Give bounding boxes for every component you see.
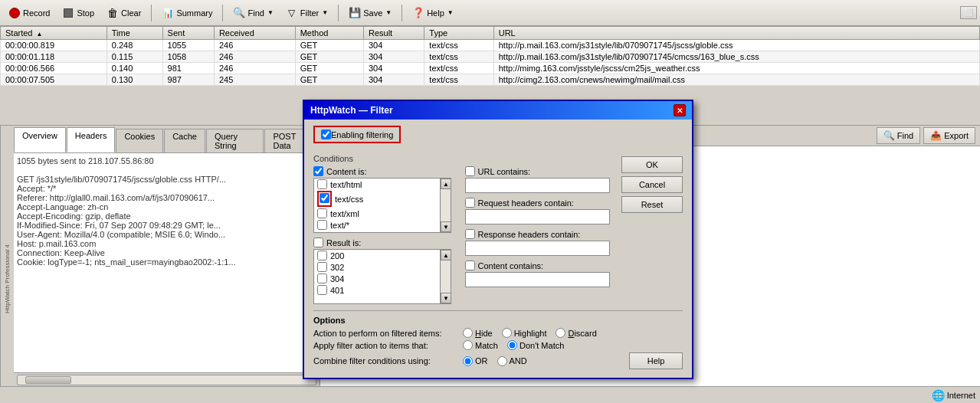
checkbox-200[interactable] bbox=[317, 251, 327, 260]
cell-method: GET bbox=[295, 63, 363, 74]
result-scroll-down[interactable]: ▼ bbox=[441, 293, 451, 303]
tab-cache[interactable]: Cache bbox=[164, 129, 205, 152]
tab-cookies[interactable]: Cookies bbox=[116, 129, 163, 152]
info-line-8: If-Modified-Since: Fri, 07 Sep 2007 09:4… bbox=[17, 221, 316, 230]
reset-button[interactable]: Reset bbox=[621, 196, 683, 213]
list-scroll-down[interactable]: ▼ bbox=[441, 221, 451, 232]
list-item-html[interactable]: text/html bbox=[314, 179, 451, 190]
cell-sent: 981 bbox=[162, 63, 214, 74]
col-started[interactable]: Started ▲ bbox=[1, 27, 107, 40]
content-type-list[interactable]: text/html text/css text/xml tex bbox=[313, 178, 451, 233]
action-discard[interactable]: Discard bbox=[556, 328, 596, 338]
save-button[interactable]: 💾 Save ▼ bbox=[343, 3, 397, 23]
url-contains-checkbox[interactable] bbox=[465, 166, 475, 176]
summary-button[interactable]: 📊 Summary bbox=[156, 3, 218, 23]
result-code-list[interactable]: 200 302 304 401 ▲ bbox=[313, 249, 451, 304]
list-item-304[interactable]: 304 bbox=[314, 273, 451, 284]
table-row[interactable]: 00:00:00.8190.2481055246GET304text/cssht… bbox=[1, 40, 980, 51]
checkbox-xml[interactable] bbox=[317, 208, 327, 218]
apply-dontmatch[interactable]: Don't Match bbox=[507, 340, 564, 350]
tab-headers[interactable]: Headers bbox=[67, 127, 116, 152]
radio-and[interactable] bbox=[497, 356, 507, 366]
list-item-302[interactable]: 302 bbox=[314, 261, 451, 273]
stop-button[interactable]: Stop bbox=[57, 3, 100, 23]
checkbox-css[interactable] bbox=[320, 193, 329, 203]
horizontal-scrollbar[interactable] bbox=[17, 375, 316, 385]
radio-or[interactable] bbox=[463, 356, 473, 366]
radio-dontmatch[interactable] bbox=[507, 340, 517, 350]
info-line-3: GET /js31style/lib/0709071745/jscss/glob… bbox=[17, 175, 316, 184]
list-item-css[interactable]: text/css bbox=[314, 190, 451, 208]
radio-match[interactable] bbox=[463, 340, 473, 350]
checkbox-wildcard[interactable] bbox=[317, 220, 327, 230]
apply-match[interactable]: Match bbox=[463, 340, 498, 350]
enabling-filtering-checkbox[interactable] bbox=[321, 129, 331, 139]
response-headers-input[interactable] bbox=[465, 241, 611, 256]
resize-button[interactable]: ⬜ bbox=[960, 6, 977, 19]
request-headers-input[interactable] bbox=[465, 209, 611, 224]
col-sent[interactable]: Sent bbox=[162, 27, 214, 40]
response-headers-checkbox[interactable] bbox=[465, 229, 475, 239]
combine-or[interactable]: OR bbox=[463, 356, 488, 366]
checkbox-302[interactable] bbox=[317, 262, 327, 272]
cell-type: text/css bbox=[424, 40, 493, 51]
radio-highlight[interactable] bbox=[502, 328, 512, 338]
main-toolbar: Record Stop 🗑 Clear 📊 Summary 🔍 Find ▼ ▽… bbox=[0, 0, 980, 26]
result-is-checkbox[interactable] bbox=[313, 238, 323, 247]
list-item-wildcard[interactable]: text/* bbox=[314, 219, 451, 231]
list-item-401[interactable]: 401 bbox=[314, 284, 451, 296]
content-is-row: Content is: bbox=[313, 166, 459, 176]
col-time[interactable]: Time bbox=[107, 27, 162, 40]
action-highlight[interactable]: Highlight bbox=[502, 328, 547, 338]
content-contains-checkbox[interactable] bbox=[465, 260, 475, 270]
tab-overview[interactable]: Overview bbox=[14, 127, 66, 152]
right-find-button[interactable]: 🔍 Find bbox=[877, 127, 920, 144]
stop-icon bbox=[62, 7, 74, 19]
dialog-help-button[interactable]: Help bbox=[629, 352, 683, 369]
response-headers-label: Response headers contain: bbox=[478, 230, 581, 239]
checkbox-html[interactable] bbox=[317, 179, 327, 189]
radio-hide[interactable] bbox=[463, 328, 473, 338]
table-row[interactable]: 00:00:07.5050.130987245GET304text/csshtt… bbox=[1, 74, 980, 86]
list-item-200[interactable]: 200 bbox=[314, 250, 451, 261]
request-headers-checkbox[interactable] bbox=[465, 198, 475, 208]
dialog-title-bar[interactable]: HttpWatch — Filter ✕ bbox=[304, 101, 692, 120]
checkbox-304[interactable] bbox=[317, 274, 327, 283]
ok-button[interactable]: OK bbox=[621, 156, 683, 173]
content-is-checkbox[interactable] bbox=[313, 166, 323, 176]
table-row[interactable]: 00:00:06.5660.140981246GET304text/csshtt… bbox=[1, 63, 980, 74]
enabling-filtering-label[interactable]: Enabling filtering bbox=[331, 130, 393, 139]
cancel-button[interactable]: Cancel bbox=[621, 176, 683, 193]
table-row[interactable]: 00:00:01.1180.1151058246GET304text/cssht… bbox=[1, 51, 980, 63]
col-result[interactable]: Result bbox=[363, 27, 424, 40]
url-contains-row: URL contains: bbox=[465, 166, 611, 176]
info-line-12: Cookie: logType=-1; nts_mail_user=maying… bbox=[17, 257, 316, 267]
combine-and[interactable]: AND bbox=[497, 356, 527, 366]
result-scroll-up[interactable]: ▲ bbox=[441, 250, 451, 260]
list-item-xml[interactable]: text/xml bbox=[314, 208, 451, 219]
radio-discard[interactable] bbox=[556, 328, 565, 338]
col-type[interactable]: Type bbox=[424, 27, 493, 40]
checkbox-401[interactable] bbox=[317, 285, 327, 295]
cell-sent: 1055 bbox=[162, 40, 214, 51]
right-export-button[interactable]: 📤 Export bbox=[923, 127, 975, 144]
action-hide[interactable]: Hide bbox=[463, 328, 493, 338]
record-button[interactable]: Record bbox=[3, 3, 55, 23]
cell-received: 246 bbox=[214, 40, 295, 51]
filter-button[interactable]: ▽ Filter ▼ bbox=[280, 3, 333, 23]
help-button[interactable]: ❓ Help ▼ bbox=[407, 3, 459, 23]
list-scroll-up[interactable]: ▲ bbox=[441, 179, 451, 189]
clear-button[interactable]: 🗑 Clear bbox=[101, 3, 146, 23]
url-contains-input[interactable] bbox=[465, 178, 611, 193]
col-received[interactable]: Received bbox=[214, 27, 295, 40]
find-button[interactable]: 🔍 Find ▼ bbox=[228, 3, 278, 23]
dialog-close-button[interactable]: ✕ bbox=[674, 104, 686, 116]
help-label: Help bbox=[427, 8, 444, 18]
col-url[interactable]: URL bbox=[493, 27, 979, 40]
cell-time: 0.140 bbox=[107, 63, 162, 74]
info-line-9: User-Agent: Mozilla/4.0 (compatible; MSI… bbox=[17, 230, 316, 239]
col-method[interactable]: Method bbox=[295, 27, 363, 40]
tab-querystring[interactable]: Query String bbox=[206, 129, 264, 152]
scrollbar-thumb[interactable] bbox=[25, 376, 71, 384]
content-contains-input[interactable] bbox=[465, 272, 611, 287]
